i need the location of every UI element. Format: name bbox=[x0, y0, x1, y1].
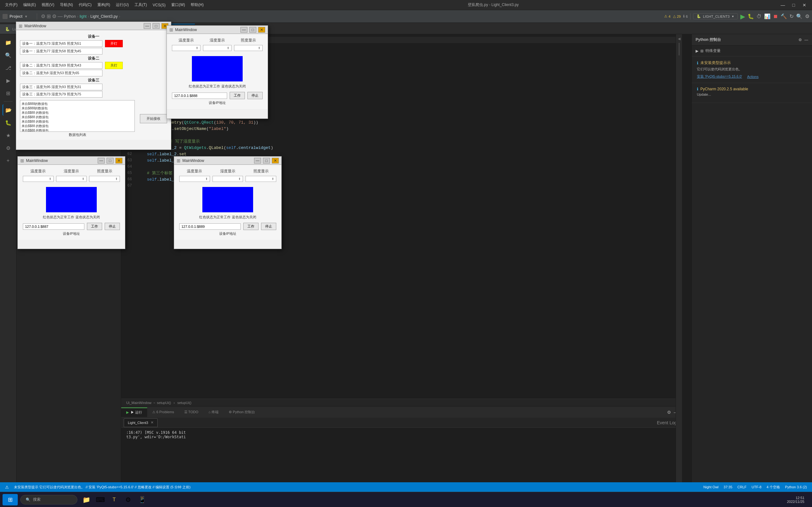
taskbar-app-1[interactable]: ⌨ bbox=[94, 494, 107, 505]
minimize-button[interactable]: — bbox=[778, 1, 788, 9]
error-count[interactable]: ⚠ 4 bbox=[664, 14, 670, 18]
profile-button[interactable]: ⏱ bbox=[757, 14, 762, 19]
toolbar-collapse-icon[interactable]: — bbox=[58, 14, 63, 19]
project-dropdown-icon[interactable]: ▼ bbox=[24, 14, 28, 18]
status-line-endings[interactable]: CRLF bbox=[738, 485, 747, 489]
status-theme[interactable]: Night Owl bbox=[704, 485, 719, 489]
activity-run-icon[interactable]: ▶ bbox=[3, 75, 14, 86]
fw4-work-btn[interactable]: 工作 bbox=[243, 223, 258, 230]
menu-help[interactable]: 帮助(H) bbox=[188, 0, 206, 10]
breadcrumb-ui-mainwindow[interactable]: Ui_MainWindow → setupUi() bbox=[126, 401, 171, 405]
fw1-red-light-btn[interactable]: 开灯 bbox=[105, 40, 123, 47]
status-cursor-pos[interactable]: 37:35 bbox=[723, 485, 732, 489]
run-tab[interactable]: ▶ ▶ 运行 bbox=[121, 407, 147, 417]
coverage-button[interactable]: 📊 bbox=[764, 13, 770, 19]
search-everywhere-button[interactable]: 🔍 bbox=[796, 13, 803, 19]
fw2-ip-input[interactable] bbox=[172, 93, 227, 99]
right-panel-close-icon[interactable]: — bbox=[804, 38, 808, 42]
sync-button[interactable]: ↻ bbox=[790, 13, 794, 19]
stop-button[interactable]: ⏹ bbox=[773, 14, 778, 19]
fw2-input-1[interactable]: ⬆ bbox=[203, 45, 232, 51]
status-python-ver[interactable]: Python 3.6 (2) bbox=[785, 485, 807, 489]
status-encoding[interactable]: UTF-8 bbox=[752, 485, 762, 489]
menu-file[interactable]: 文件(F) bbox=[3, 0, 20, 10]
event-log-label[interactable]: Event Log bbox=[657, 420, 677, 425]
activity-folder-icon[interactable]: 📁 bbox=[3, 37, 14, 48]
info-count[interactable]: ℹ 6 bbox=[683, 14, 688, 18]
fw4-close-btn[interactable]: ✕ bbox=[272, 158, 279, 164]
fw1-yellow-light-btn[interactable]: 关灯 bbox=[105, 62, 123, 69]
menu-run[interactable]: 运行(U) bbox=[113, 0, 131, 10]
settings-button[interactable]: ⚙ bbox=[805, 13, 809, 19]
terminal-tab-close[interactable]: ✕ bbox=[151, 420, 154, 425]
menu-nav[interactable]: 导航(N) bbox=[57, 0, 75, 10]
activity-project-icon[interactable]: 📂 bbox=[3, 104, 14, 116]
warning-count[interactable]: △ 29 bbox=[673, 14, 681, 18]
maximize-button[interactable]: □ bbox=[789, 1, 799, 9]
fw4-stop-btn[interactable]: 停止 bbox=[261, 223, 276, 230]
taskbar-app-4[interactable]: 📱 bbox=[136, 494, 148, 505]
fw2-stop-btn[interactable]: 停止 bbox=[247, 92, 263, 99]
toolbar-config-icon[interactable]: ⚙ bbox=[52, 13, 56, 19]
terminal-tab[interactable]: ⌂ 终端 bbox=[203, 407, 223, 417]
notification-1-action1[interactable]: 安装 'PyQt5-stubs==5.15.6.0' bbox=[697, 74, 742, 79]
menu-vcs[interactable]: VCS(S) bbox=[150, 0, 168, 10]
menu-window[interactable]: 窗口(W) bbox=[169, 0, 188, 10]
taskbar-app-2[interactable]: T bbox=[108, 494, 120, 505]
fw3-input-0[interactable]: ⬆ bbox=[23, 176, 54, 182]
activity-structure-icon[interactable]: ⊞ bbox=[3, 88, 14, 99]
menu-tools[interactable]: 工具(T) bbox=[132, 0, 149, 10]
fw1-maximize-btn[interactable]: □ bbox=[153, 23, 159, 29]
fw2-input-2[interactable]: ⬆ bbox=[234, 45, 263, 51]
run-config-selector[interactable]: 🐍 LIGHT_CLIENT3 ▼ bbox=[693, 13, 738, 19]
client3-titlebar[interactable]: ⊞ MainWindow — □ ✕ bbox=[174, 157, 281, 165]
problems-tab[interactable]: ⚠ 6 Problems bbox=[147, 407, 179, 417]
special-vars-section[interactable]: ▶ ⊞ 特殊变量 bbox=[692, 46, 812, 56]
client2-titlebar[interactable]: ⊞ MainWindow — □ ✕ bbox=[18, 157, 125, 165]
fw3-stop-btn[interactable]: 停止 bbox=[105, 223, 120, 230]
taskbar-app-3[interactable]: ⚙ bbox=[122, 494, 135, 505]
fw3-ip-input[interactable] bbox=[23, 223, 84, 230]
toolbar-settings-icon[interactable]: ⊞ bbox=[47, 13, 51, 19]
activity-add-icon[interactable]: + bbox=[3, 155, 14, 166]
right-panel-settings-icon[interactable]: ⚙ bbox=[798, 38, 802, 42]
toolbar-gear-icon[interactable]: ⚙ bbox=[41, 13, 45, 19]
fw3-minimize-btn[interactable]: — bbox=[98, 158, 105, 164]
main-server-titlebar[interactable]: ⊞ MainWindow — □ ✕ bbox=[16, 22, 171, 30]
notification-1-actions-btn[interactable]: Actions bbox=[747, 75, 758, 78]
menu-view[interactable]: 视图(V) bbox=[39, 0, 57, 10]
right-icon-1[interactable]: ◀ bbox=[678, 37, 680, 41]
build-button[interactable]: 🔨 bbox=[780, 13, 787, 19]
fw2-input-0[interactable]: ⬆ bbox=[172, 45, 200, 51]
activity-vcs-icon[interactable]: ⎇ bbox=[3, 62, 14, 73]
fw4-ip-input[interactable] bbox=[179, 223, 241, 230]
fw4-minimize-btn[interactable]: — bbox=[254, 158, 261, 164]
fw4-input-0[interactable]: ⬆ bbox=[179, 176, 210, 182]
fw1-start-recv-btn[interactable]: 开始接收 bbox=[140, 114, 167, 123]
activity-favorites-icon[interactable]: ★ bbox=[3, 130, 14, 141]
terminal-session-tab[interactable]: Light_Client3 ✕ bbox=[124, 418, 158, 427]
breadcrumb-setup-ui[interactable]: setupUi() bbox=[177, 401, 192, 405]
activity-settings-icon2[interactable]: ⚙ bbox=[3, 142, 14, 154]
menu-edit[interactable]: 编辑(E) bbox=[20, 0, 38, 10]
fw2-work-btn[interactable]: 工作 bbox=[230, 92, 245, 99]
fw4-input-2[interactable]: ⬆ bbox=[246, 176, 276, 182]
status-indent[interactable]: 4 个空格 bbox=[767, 485, 780, 490]
fw2-close-btn[interactable]: ✕ bbox=[258, 27, 265, 33]
python-console-tab[interactable]: ⚙ Python 控制台 bbox=[223, 407, 260, 417]
close-button[interactable]: ✕ bbox=[799, 1, 809, 9]
fw3-input-1[interactable]: ⬆ bbox=[56, 176, 87, 182]
taskbar-app-0[interactable]: 📁 bbox=[80, 494, 93, 505]
fw2-minimize-btn[interactable]: — bbox=[241, 27, 247, 33]
activity-debug-icon[interactable]: 🐛 bbox=[3, 117, 14, 128]
fw4-input-1[interactable]: ⬆ bbox=[212, 176, 243, 182]
menu-refactor[interactable]: 重构(R) bbox=[95, 0, 113, 10]
search-bar[interactable]: 🔍 搜索 bbox=[20, 495, 78, 504]
bottom-settings-icon[interactable]: ⚙ bbox=[667, 410, 671, 415]
run-button[interactable]: ▶ bbox=[740, 13, 745, 20]
start-button[interactable]: ⊞ bbox=[3, 494, 18, 505]
menu-code[interactable]: 代码(C) bbox=[76, 0, 94, 10]
fw4-maximize-btn[interactable]: □ bbox=[263, 158, 270, 164]
debug-button[interactable]: 🐛 bbox=[748, 13, 754, 19]
fw3-work-btn[interactable]: 工作 bbox=[87, 223, 102, 230]
